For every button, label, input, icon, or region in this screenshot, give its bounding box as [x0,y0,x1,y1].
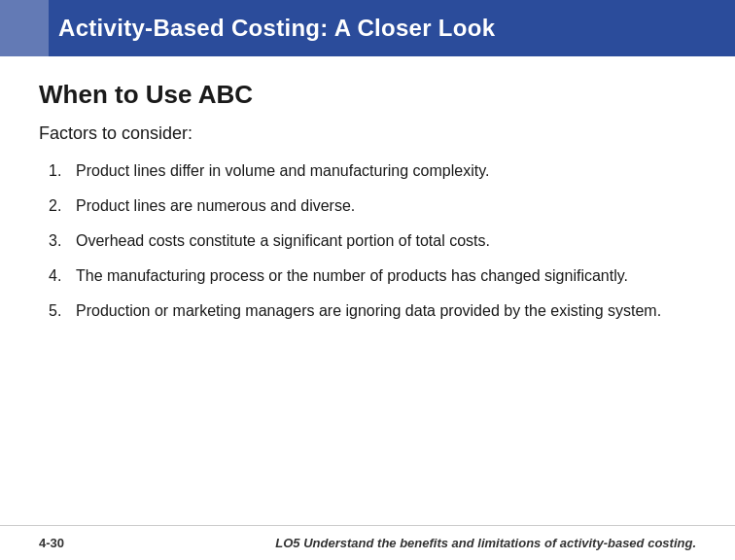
list-text-4: The manufacturing process or the number … [76,264,696,288]
list-text-2: Product lines are numerous and diverse. [76,194,696,218]
list-item: 5. Production or marketing managers are … [49,299,696,323]
list-text-3: Overhead costs constitute a significant … [76,229,696,253]
factors-label: Factors to consider: [39,123,696,144]
list-item: 4. The manufacturing process or the numb… [49,264,696,288]
list-items: 1. Product lines differ in volume and ma… [49,159,696,323]
list-num-4: 4. [49,264,76,288]
list-text-1: Product lines differ in volume and manuf… [76,159,696,183]
list-text-5: Production or marketing managers are ign… [76,299,696,323]
list-item: 3. Overhead costs constitute a significa… [49,229,696,253]
content-area: When to Use ABC Factors to consider: 1. … [0,56,735,354]
list-num-5: 5. [49,299,76,323]
footer-bar: 4-30 LO5 Understand the benefits and lim… [0,525,735,560]
list-item: 1. Product lines differ in volume and ma… [49,159,696,183]
footer-lo-text: LO5 Understand the benefits and limitati… [275,536,696,550]
slide-container: Activity-Based Costing: A Closer Look Wh… [0,0,735,560]
list-num-2: 2. [49,194,76,218]
header-title: Activity-Based Costing: A Closer Look [58,15,495,42]
list-num-1: 1. [49,159,76,183]
list-num-3: 3. [49,229,76,253]
header-bar: Activity-Based Costing: A Closer Look [0,0,735,56]
list-item: 2. Product lines are numerous and divers… [49,194,696,218]
footer-page-number: 4-30 [39,536,64,550]
section-heading: When to Use ABC [39,80,696,110]
header-accent [0,0,49,56]
